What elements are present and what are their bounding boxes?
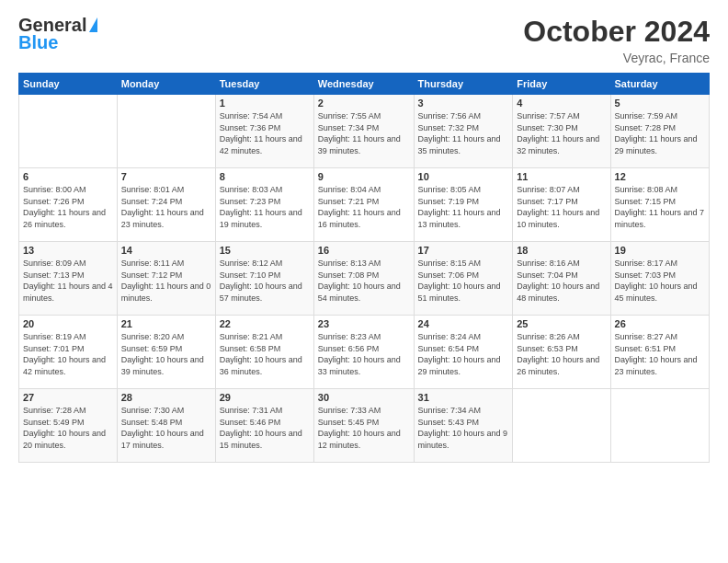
day-cell: 21Sunrise: 8:20 AM Sunset: 6:59 PM Dayli… xyxy=(117,316,215,389)
logo-blue: Blue xyxy=(18,32,58,53)
day-info: Sunrise: 8:07 AM Sunset: 7:17 PM Dayligh… xyxy=(517,184,606,230)
day-info: Sunrise: 8:21 AM Sunset: 6:58 PM Dayligh… xyxy=(220,331,310,377)
day-number: 23 xyxy=(318,318,410,329)
day-info: Sunrise: 8:19 AM Sunset: 7:01 PM Dayligh… xyxy=(23,331,113,377)
calendar-page: General Blue October 2024 Veyrac, France… xyxy=(0,0,728,563)
day-number: 5 xyxy=(615,98,705,109)
day-cell: 1Sunrise: 7:54 AM Sunset: 7:36 PM Daylig… xyxy=(215,95,313,168)
day-info: Sunrise: 8:05 AM Sunset: 7:19 PM Dayligh… xyxy=(418,184,509,230)
day-info: Sunrise: 8:20 AM Sunset: 6:59 PM Dayligh… xyxy=(121,331,211,377)
day-cell: 3Sunrise: 7:56 AM Sunset: 7:32 PM Daylig… xyxy=(414,95,513,168)
day-number: 10 xyxy=(418,171,509,182)
day-info: Sunrise: 8:00 AM Sunset: 7:26 PM Dayligh… xyxy=(23,184,113,230)
day-info: Sunrise: 7:55 AM Sunset: 7:34 PM Dayligh… xyxy=(318,110,410,156)
day-info: Sunrise: 7:59 AM Sunset: 7:28 PM Dayligh… xyxy=(615,110,705,156)
day-cell: 14Sunrise: 8:11 AM Sunset: 7:12 PM Dayli… xyxy=(117,242,215,316)
day-number: 21 xyxy=(121,318,211,329)
week-row-2: 6Sunrise: 8:00 AM Sunset: 7:26 PM Daylig… xyxy=(19,168,710,242)
day-number: 30 xyxy=(318,392,410,403)
day-number: 25 xyxy=(517,318,606,329)
day-info: Sunrise: 7:31 AM Sunset: 5:46 PM Dayligh… xyxy=(220,405,310,451)
col-header-monday: Monday xyxy=(117,74,215,95)
day-number: 19 xyxy=(615,245,705,256)
day-info: Sunrise: 7:28 AM Sunset: 5:49 PM Dayligh… xyxy=(23,405,113,451)
logo: General Blue xyxy=(18,15,97,53)
day-info: Sunrise: 8:15 AM Sunset: 7:06 PM Dayligh… xyxy=(418,258,509,304)
day-number: 13 xyxy=(23,245,113,256)
day-number: 24 xyxy=(418,318,509,329)
day-info: Sunrise: 7:57 AM Sunset: 7:30 PM Dayligh… xyxy=(517,110,606,156)
day-cell: 23Sunrise: 8:23 AM Sunset: 6:56 PM Dayli… xyxy=(313,316,414,389)
day-info: Sunrise: 8:08 AM Sunset: 7:15 PM Dayligh… xyxy=(615,184,705,230)
day-info: Sunrise: 8:17 AM Sunset: 7:03 PM Dayligh… xyxy=(615,258,705,304)
day-number: 17 xyxy=(418,245,509,256)
day-info: Sunrise: 7:56 AM Sunset: 7:32 PM Dayligh… xyxy=(418,110,509,156)
week-row-3: 13Sunrise: 8:09 AM Sunset: 7:13 PM Dayli… xyxy=(19,242,710,316)
day-info: Sunrise: 7:30 AM Sunset: 5:48 PM Dayligh… xyxy=(121,405,211,451)
day-cell: 20Sunrise: 8:19 AM Sunset: 7:01 PM Dayli… xyxy=(19,316,118,389)
day-info: Sunrise: 7:33 AM Sunset: 5:45 PM Dayligh… xyxy=(318,405,410,451)
day-cell: 18Sunrise: 8:16 AM Sunset: 7:04 PM Dayli… xyxy=(513,242,610,316)
day-info: Sunrise: 8:23 AM Sunset: 6:56 PM Dayligh… xyxy=(318,331,410,377)
col-header-tuesday: Tuesday xyxy=(215,74,313,95)
day-cell: 26Sunrise: 8:27 AM Sunset: 6:51 PM Dayli… xyxy=(610,316,709,389)
day-info: Sunrise: 7:54 AM Sunset: 7:36 PM Dayligh… xyxy=(220,110,310,156)
day-info: Sunrise: 8:16 AM Sunset: 7:04 PM Dayligh… xyxy=(517,258,606,304)
col-header-thursday: Thursday xyxy=(414,74,513,95)
day-info: Sunrise: 8:24 AM Sunset: 6:54 PM Dayligh… xyxy=(418,331,509,377)
day-cell: 9Sunrise: 8:04 AM Sunset: 7:21 PM Daylig… xyxy=(313,168,414,242)
day-cell xyxy=(19,95,118,168)
day-cell: 15Sunrise: 8:12 AM Sunset: 7:10 PM Dayli… xyxy=(215,242,313,316)
logo-triangle-icon xyxy=(89,17,97,32)
day-info: Sunrise: 8:11 AM Sunset: 7:12 PM Dayligh… xyxy=(121,258,211,304)
day-cell: 29Sunrise: 7:31 AM Sunset: 5:46 PM Dayli… xyxy=(215,389,313,463)
day-number: 2 xyxy=(318,98,410,109)
day-number: 4 xyxy=(517,98,606,109)
day-cell xyxy=(117,95,215,168)
day-number: 11 xyxy=(517,171,606,182)
col-header-wednesday: Wednesday xyxy=(313,74,414,95)
day-cell: 2Sunrise: 7:55 AM Sunset: 7:34 PM Daylig… xyxy=(313,95,414,168)
day-cell: 7Sunrise: 8:01 AM Sunset: 7:24 PM Daylig… xyxy=(117,168,215,242)
day-cell: 31Sunrise: 7:34 AM Sunset: 5:43 PM Dayli… xyxy=(414,389,513,463)
day-number: 3 xyxy=(418,98,509,109)
header: General Blue October 2024 Veyrac, France xyxy=(18,15,710,65)
day-cell: 24Sunrise: 8:24 AM Sunset: 6:54 PM Dayli… xyxy=(414,316,513,389)
day-cell xyxy=(513,389,610,463)
day-number: 8 xyxy=(220,171,310,182)
week-row-5: 27Sunrise: 7:28 AM Sunset: 5:49 PM Dayli… xyxy=(19,389,710,463)
location: Veyrac, France xyxy=(523,51,710,65)
week-row-1: 1Sunrise: 7:54 AM Sunset: 7:36 PM Daylig… xyxy=(19,95,710,168)
day-info: Sunrise: 8:04 AM Sunset: 7:21 PM Dayligh… xyxy=(318,184,410,230)
col-header-friday: Friday xyxy=(513,74,610,95)
day-number: 28 xyxy=(121,392,211,403)
day-number: 1 xyxy=(220,98,310,109)
day-number: 16 xyxy=(318,245,410,256)
day-info: Sunrise: 7:34 AM Sunset: 5:43 PM Dayligh… xyxy=(418,405,509,451)
day-cell: 27Sunrise: 7:28 AM Sunset: 5:49 PM Dayli… xyxy=(19,389,118,463)
day-cell: 10Sunrise: 8:05 AM Sunset: 7:19 PM Dayli… xyxy=(414,168,513,242)
calendar-table: SundayMondayTuesdayWednesdayThursdayFrid… xyxy=(18,73,710,463)
day-number: 14 xyxy=(121,245,211,256)
week-row-4: 20Sunrise: 8:19 AM Sunset: 7:01 PM Dayli… xyxy=(19,316,710,389)
day-cell: 30Sunrise: 7:33 AM Sunset: 5:45 PM Dayli… xyxy=(313,389,414,463)
day-info: Sunrise: 8:01 AM Sunset: 7:24 PM Dayligh… xyxy=(121,184,211,230)
day-cell: 12Sunrise: 8:08 AM Sunset: 7:15 PM Dayli… xyxy=(610,168,709,242)
day-number: 26 xyxy=(615,318,705,329)
day-number: 9 xyxy=(318,171,410,182)
title-area: October 2024 Veyrac, France xyxy=(523,15,710,65)
day-number: 15 xyxy=(220,245,310,256)
day-number: 6 xyxy=(23,171,113,182)
day-cell: 4Sunrise: 7:57 AM Sunset: 7:30 PM Daylig… xyxy=(513,95,610,168)
day-cell: 22Sunrise: 8:21 AM Sunset: 6:58 PM Dayli… xyxy=(215,316,313,389)
day-info: Sunrise: 8:27 AM Sunset: 6:51 PM Dayligh… xyxy=(615,331,705,377)
day-cell: 17Sunrise: 8:15 AM Sunset: 7:06 PM Dayli… xyxy=(414,242,513,316)
day-cell xyxy=(610,389,709,463)
day-number: 18 xyxy=(517,245,606,256)
day-number: 29 xyxy=(220,392,310,403)
day-number: 20 xyxy=(23,318,113,329)
day-info: Sunrise: 8:03 AM Sunset: 7:23 PM Dayligh… xyxy=(220,184,310,230)
day-info: Sunrise: 8:09 AM Sunset: 7:13 PM Dayligh… xyxy=(23,258,113,304)
day-cell: 8Sunrise: 8:03 AM Sunset: 7:23 PM Daylig… xyxy=(215,168,313,242)
day-number: 27 xyxy=(23,392,113,403)
